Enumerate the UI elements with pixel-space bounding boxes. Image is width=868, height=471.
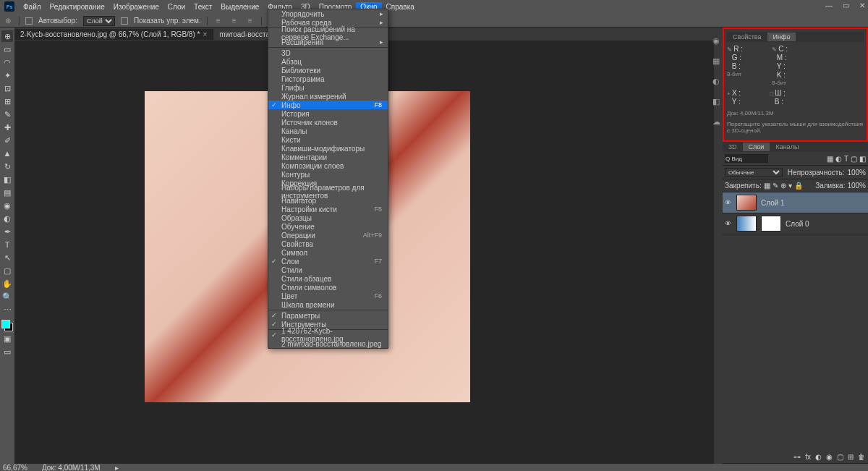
3d-tab[interactable]: 3D <box>723 143 743 151</box>
menu-item[interactable]: Кисти <box>268 135 388 144</box>
layer-name[interactable]: Слой 1 <box>761 199 785 207</box>
menu-item[interactable]: Обучение <box>268 222 388 231</box>
menu-item[interactable]: История <box>268 109 388 118</box>
menu-file[interactable]: Файл <box>23 3 41 11</box>
menu-item[interactable]: Навигатор <box>268 196 388 205</box>
dodge-tool[interactable]: ◐ <box>1 213 13 224</box>
menu-item[interactable]: Расширения <box>268 38 388 46</box>
menu-item[interactable]: ✓ИнфоF8 <box>268 101 388 109</box>
layer-name[interactable]: Слой 0 <box>786 220 809 228</box>
lock-move-icon[interactable]: ⊕ <box>780 182 786 190</box>
menu-item[interactable]: 3D <box>268 48 388 57</box>
quick-mask-tool[interactable]: ▣ <box>1 333 13 344</box>
marquee-tool[interactable]: ▭ <box>1 43 13 55</box>
blend-mode-dropdown[interactable]: Обычные <box>725 168 783 177</box>
menu-item[interactable]: ✓1 420762-Kycb-восстановлено.jpg <box>268 331 388 339</box>
lock-position-icon[interactable]: ✎ <box>773 182 778 190</box>
gradient-tool[interactable]: ▤ <box>1 187 13 198</box>
menu-help[interactable]: Справка <box>386 3 414 11</box>
align-icon[interactable]: ≡ <box>213 16 224 26</box>
transform-checkbox[interactable] <box>121 17 128 25</box>
lock-pixels-icon[interactable]: ▦ <box>764 182 770 190</box>
menu-item[interactable]: Гистограмма <box>268 75 388 83</box>
close-icon[interactable]: ✕ <box>859 1 865 9</box>
screen-mode-tool[interactable]: ▭ <box>1 346 13 357</box>
new-layer-icon[interactable]: ⊞ <box>848 453 854 461</box>
menu-text[interactable]: Текст <box>194 3 212 11</box>
properties-tab[interactable]: Свойства <box>727 33 767 41</box>
menu-item[interactable]: Образцы <box>268 213 388 222</box>
path-tool[interactable]: ↖ <box>1 252 13 263</box>
filter-pixel-icon[interactable]: ▦ <box>827 155 833 163</box>
menu-item[interactable]: Стили символов <box>268 283 388 292</box>
mask-icon[interactable]: ◐ <box>815 453 822 461</box>
channels-tab[interactable]: Каналы <box>770 143 804 151</box>
menu-item[interactable]: Настройки кистиF5 <box>268 205 388 213</box>
align-icon-2[interactable]: ≡ <box>229 16 239 26</box>
lasso-tool[interactable]: ◠ <box>1 56 13 68</box>
filter-smart-icon[interactable]: ◧ <box>859 155 866 163</box>
pen-tool[interactable]: ✒ <box>1 226 13 237</box>
layer-search[interactable] <box>725 154 768 163</box>
menu-edit[interactable]: Редактирование <box>50 3 105 11</box>
menu-item[interactable]: Упорядочить <box>268 9 388 18</box>
menu-item[interactable]: Источник клонов <box>268 118 388 127</box>
autoselect-checkbox[interactable] <box>25 17 33 25</box>
menu-item[interactable]: Контуры <box>268 170 388 179</box>
menu-select[interactable]: Выделение <box>221 3 259 11</box>
healing-tool[interactable]: ✚ <box>1 122 13 133</box>
layer-row-1[interactable]: 👁 Слой 1 <box>723 192 868 213</box>
layer-row-2[interactable]: 👁 Слой 0 <box>723 213 868 234</box>
crop-tool[interactable]: ⊡ <box>1 82 13 94</box>
shape-tool[interactable]: ▢ <box>1 265 13 276</box>
group-icon[interactable]: ▢ <box>837 453 843 461</box>
color-swatch[interactable] <box>1 320 13 331</box>
opacity-value[interactable]: 100% <box>847 169 866 177</box>
menu-item[interactable]: Наборы параметров для инструментов <box>268 187 388 196</box>
menu-item[interactable]: Стили абзацев <box>268 274 388 283</box>
menu-item[interactable]: Каналы <box>268 127 388 135</box>
type-tool[interactable]: T <box>1 239 13 250</box>
fill-value[interactable]: 100% <box>847 182 866 190</box>
delete-layer-icon[interactable]: 🗑 <box>858 453 865 461</box>
info-tab[interactable]: Инфо <box>767 33 796 41</box>
menu-item[interactable]: ЦветF6 <box>268 292 388 300</box>
menu-item[interactable]: Журнал измерений <box>268 92 388 101</box>
zoom-tool[interactable]: 🔍 <box>1 291 13 302</box>
layers-tab[interactable]: Слои <box>743 143 770 151</box>
menu-item[interactable]: Символ <box>268 248 388 257</box>
visibility-icon[interactable]: 👁 <box>725 220 732 227</box>
wand-tool[interactable]: ✦ <box>1 69 13 81</box>
lock-nest-icon[interactable]: ▾ <box>788 182 792 190</box>
menu-item[interactable]: 2 mwroad-восстановлено.jpeg <box>268 339 388 348</box>
menu-item[interactable]: Свойства <box>268 239 388 248</box>
eraser-tool[interactable]: ◧ <box>1 174 13 185</box>
minimize-icon[interactable]: — <box>825 1 833 9</box>
stamp-tool[interactable]: ▲ <box>1 148 13 159</box>
history-brush-tool[interactable]: ↻ <box>1 161 13 172</box>
eyedropper-tool[interactable]: ✎ <box>1 109 13 120</box>
frame-tool[interactable]: ⊞ <box>1 96 13 107</box>
move-tool[interactable]: ⊕ <box>1 30 13 42</box>
menu-image[interactable]: Изображение <box>114 3 159 11</box>
visibility-icon[interactable]: 👁 <box>725 199 732 206</box>
filter-adjust-icon[interactable]: ◐ <box>835 155 842 163</box>
menu-item[interactable]: Поиск расширений на сервере Exchange... <box>268 29 388 38</box>
filter-shape-icon[interactable]: ▢ <box>851 155 857 163</box>
edit-toolbar[interactable]: ⋯ <box>1 304 13 315</box>
fx-icon[interactable]: fx <box>805 453 811 461</box>
link-layers-icon[interactable]: ⊶ <box>793 453 801 461</box>
blur-tool[interactable]: ◉ <box>1 200 13 211</box>
menu-item[interactable]: Библиотеки <box>268 66 388 75</box>
align-icon-3[interactable]: ≡ <box>245 16 255 26</box>
maximize-icon[interactable]: ▭ <box>843 1 849 9</box>
menu-item[interactable]: Стили <box>268 266 388 274</box>
lock-all-icon[interactable]: 🔒 <box>794 182 803 190</box>
menu-item[interactable]: Глифы <box>268 83 388 92</box>
zoom-label[interactable]: 66,67% <box>3 464 27 472</box>
menu-item[interactable]: Композиции слоев <box>268 161 388 170</box>
brush-tool[interactable]: ✐ <box>1 135 13 146</box>
filter-type-icon[interactable]: T <box>844 155 848 163</box>
menu-item[interactable]: Абзац <box>268 57 388 66</box>
menu-item[interactable]: ✓СлоиF7 <box>268 257 388 266</box>
